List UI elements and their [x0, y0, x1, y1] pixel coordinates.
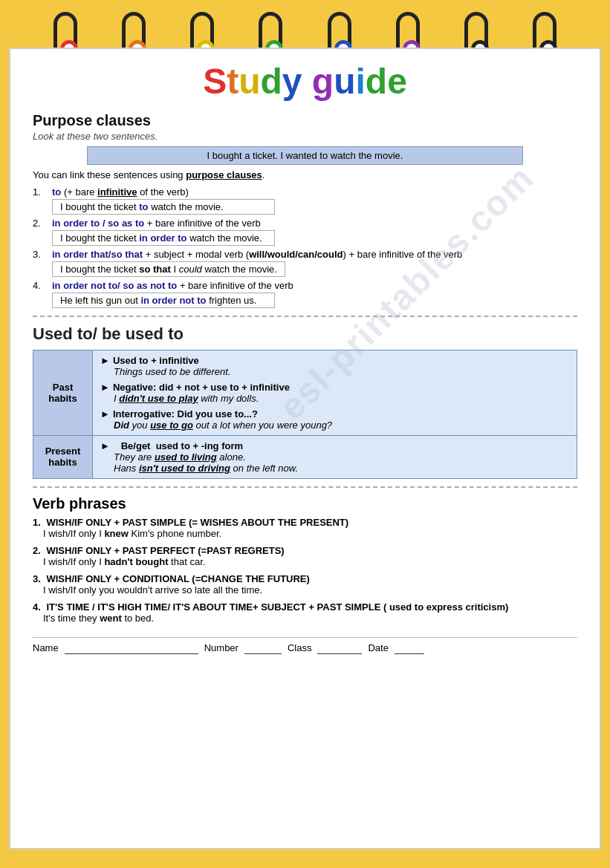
spiral-4 — [259, 12, 282, 48]
item-3-example: I bought the ticket so that I could watc… — [52, 261, 285, 277]
class-label: Class — [288, 642, 312, 653]
verb-phrases-title: Verb phrases — [33, 495, 577, 512]
example-sentence-box: I bought a ticket. I wanted to watch the… — [87, 146, 522, 165]
item-3-desc: + subject + modal verb (will/would/can/c… — [143, 249, 462, 260]
item-2-desc: + bare infinitive of the verb — [144, 218, 260, 229]
item-4-content: in order not to/ so as not to + bare inf… — [52, 280, 577, 308]
purpose-clauses-title: Purpose clauses — [33, 112, 577, 129]
spiral-3 — [190, 12, 214, 48]
divider-2 — [33, 486, 577, 488]
purpose-clauses-section: Purpose clauses Look at these two senten… — [33, 112, 577, 308]
present-habits-header: Present habits — [33, 435, 93, 478]
name-field[interactable] — [65, 642, 198, 654]
purpose-clause-item-2: 2. in order to / so as to + bare infinit… — [33, 218, 577, 246]
past-habits-item-1: ►Used to + infinitive Things used to be … — [100, 355, 569, 377]
spiral-7 — [464, 12, 488, 48]
date-label: Date — [368, 642, 388, 653]
item-1-content: to (+ bare infinitive of the verb) I bou… — [52, 186, 577, 215]
class-field[interactable] — [317, 642, 362, 654]
item-2-example: I bought the ticket in order to watch th… — [52, 230, 275, 246]
verb-item-4-example: It's time they went to bed. — [43, 613, 577, 624]
verb-phrase-item-2: 2. WISH/IF ONLY + PAST PERFECT (=PAST RE… — [33, 545, 577, 567]
verb-item-3-header: WISH/IF ONLY + CONDITIONAL (=CHANGE THE … — [46, 573, 309, 584]
intro-period: . — [262, 169, 265, 180]
verb-item-2-example: I wish/If only I hadn't bought that car. — [43, 556, 577, 567]
past-habits-header: Past habits — [33, 350, 93, 435]
verb-phrase-item-1: 1. WISH/IF ONLY + PAST SIMPLE (= WISHES … — [33, 517, 577, 539]
verb-item-1-header: WISH/IF ONLY + PAST SIMPLE (= WISHES ABO… — [46, 517, 348, 528]
item-num-2: 2. — [33, 218, 49, 229]
spiral-8 — [533, 12, 557, 48]
number-label: Number — [204, 642, 239, 653]
used-to-table: Past habits ►Used to + infinitive Things… — [33, 350, 577, 479]
purpose-clauses-term: purpose clauses — [186, 169, 262, 180]
verb-item-3-example: I wish/If only you wouldn't arrive so la… — [43, 584, 577, 595]
number-field[interactable] — [244, 642, 282, 654]
item-4-desc: + bare infinitive of the verb — [177, 280, 293, 291]
present-habits-row: Present habits ► Be/get used to + -ing f… — [33, 435, 577, 478]
purpose-clauses-intro: You can link these sentences using purpo… — [33, 169, 577, 180]
purpose-clauses-subtitle: Look at these two sentences. — [33, 131, 577, 142]
spiral-6 — [396, 12, 420, 48]
purpose-clause-item-3: 3. in order that/so that + subject + mod… — [33, 249, 577, 277]
past-habits-row: Past habits ►Used to + infinitive Things… — [33, 350, 577, 435]
past-habits-item-3: ►Interrogative: Did you use to...? Did y… — [100, 408, 569, 431]
item-1-keyword: to — [52, 186, 61, 198]
verb-item-1-example: I wish/If only I knew Kim's phone number… — [43, 528, 577, 539]
divider-1 — [33, 316, 577, 317]
spiral-5 — [328, 12, 351, 48]
date-field[interactable] — [395, 642, 424, 654]
item-num-1: 1. — [33, 186, 49, 198]
verb-phrase-item-3: 3. WISH/IF ONLY + CONDITIONAL (=CHANGE T… — [33, 573, 577, 595]
used-to-title: Used to/ be used to — [33, 324, 577, 344]
used-to-section: Used to/ be used to Past habits ►Used to… — [33, 324, 577, 479]
spiral-2 — [122, 12, 146, 48]
main-content: esl-printables.com Study guide Purpose c… — [9, 48, 601, 849]
verb-phrase-item-4: 4. IT'S TIME / IT'S HIGH TIME/ IT'S ABOU… — [33, 601, 577, 624]
past-habits-item-2: ►Negative: did + not + use to + infiniti… — [100, 382, 569, 404]
past-habits-content: ►Used to + infinitive Things used to be … — [93, 350, 577, 435]
present-habits-item-1: ► Be/get used to + -ing form They are us… — [100, 440, 569, 474]
intro-text: You can link these sentences using — [33, 169, 186, 180]
page-title: Study guide — [33, 62, 577, 102]
verb-item-2-header: WISH/IF ONLY + PAST PERFECT (=PAST REGRE… — [46, 545, 284, 556]
purpose-clause-item-4: 4. in order not to/ so as not to + bare … — [33, 280, 577, 308]
item-3-content: in order that/so that + subject + modal … — [52, 249, 577, 277]
item-1-example: I bought the ticket to watch the movie. — [52, 199, 275, 215]
spiral-1 — [53, 12, 77, 48]
item-num-4: 4. — [33, 280, 49, 291]
purpose-clauses-list: 1. to (+ bare infinitive of the verb) I … — [33, 186, 577, 308]
verb-phrases-section: Verb phrases 1. WISH/IF ONLY + PAST SIMP… — [33, 495, 577, 624]
name-label: Name — [33, 642, 59, 653]
item-4-keyword: in order not to/ so as not to — [52, 280, 177, 291]
spiral-binding-row — [9, 9, 601, 48]
item-4-example: He left his gun out in order not to frig… — [52, 293, 275, 308]
item-2-content: in order to / so as to + bare infinitive… — [52, 218, 577, 246]
present-habits-content: ► Be/get used to + -ing form They are us… — [93, 435, 577, 478]
purpose-clause-item-1: 1. to (+ bare infinitive of the verb) I … — [33, 186, 577, 215]
footer: Name Number Class Date — [33, 637, 577, 654]
verb-item-4-header: IT'S TIME / IT'S HIGH TIME/ IT'S ABOUT T… — [46, 601, 508, 613]
item-2-keyword: in order to / so as to — [52, 218, 144, 229]
item-3-keyword: in order that/so that — [52, 249, 143, 260]
item-num-3: 3. — [33, 249, 49, 260]
verb-phrases-list: 1. WISH/IF ONLY + PAST SIMPLE (= WISHES … — [33, 517, 577, 624]
item-1-desc: (+ bare infinitive of the verb) — [61, 186, 189, 198]
